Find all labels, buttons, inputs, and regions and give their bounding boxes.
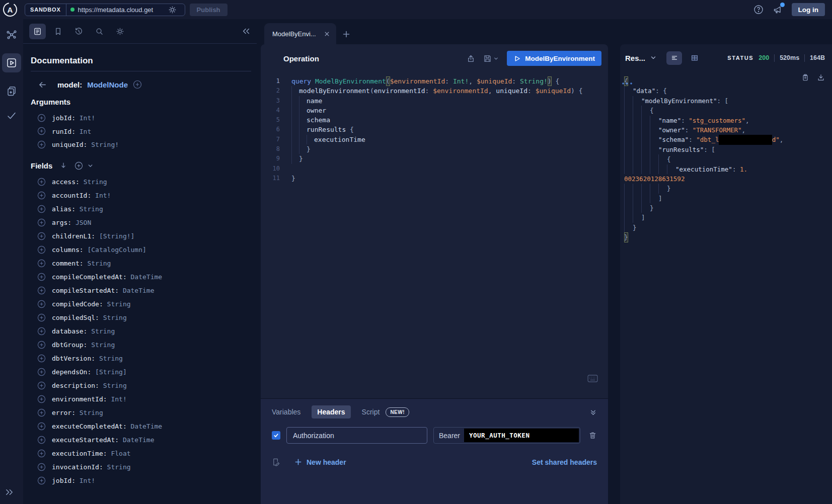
add-field-to-query-button[interactable] bbox=[37, 245, 46, 254]
code-line[interactable]: 2modelByEnvironment(environmentId: $envi… bbox=[261, 86, 608, 96]
add-field-to-query-button[interactable] bbox=[37, 273, 46, 281]
edit-headers-raw-icon[interactable] bbox=[272, 458, 280, 466]
field-type-link[interactable]: String bbox=[84, 178, 107, 186]
field-type-link[interactable]: DateTime bbox=[131, 423, 163, 430]
tab-variables[interactable]: Variables bbox=[272, 408, 300, 416]
header-enabled-checkbox[interactable] bbox=[272, 431, 280, 440]
share-operation-icon[interactable] bbox=[467, 54, 475, 63]
add-field-to-query-button[interactable] bbox=[37, 205, 46, 213]
add-field-to-query-button[interactable] bbox=[37, 463, 46, 471]
set-shared-headers-link[interactable]: Set shared headers bbox=[532, 458, 597, 466]
add-field-to-query-button[interactable] bbox=[37, 408, 46, 417]
code-line[interactable]: 8} bbox=[261, 144, 608, 154]
collapse-panel-icon[interactable] bbox=[242, 27, 251, 36]
announcements-megaphone-icon[interactable] bbox=[773, 5, 783, 15]
field-type-link[interactable]: String bbox=[91, 341, 115, 349]
field-type-link[interactable]: Int! bbox=[80, 477, 95, 484]
bookmarks-button[interactable] bbox=[50, 24, 66, 39]
fields-options-chevron-icon[interactable] bbox=[87, 162, 94, 169]
field-type-link[interactable]: String bbox=[87, 260, 111, 267]
back-arrow-icon[interactable] bbox=[38, 80, 47, 90]
header-key-input[interactable] bbox=[286, 427, 427, 444]
code-line[interactable]: 5schema bbox=[261, 115, 608, 125]
changelog-icon[interactable] bbox=[6, 86, 17, 97]
add-field-to-query-button[interactable] bbox=[37, 395, 46, 403]
code-line[interactable]: 4owner bbox=[261, 106, 608, 115]
code-line[interactable]: 3name bbox=[261, 96, 608, 106]
add-field-to-query-button[interactable] bbox=[37, 381, 46, 390]
search-button[interactable] bbox=[91, 24, 108, 39]
new-tab-icon[interactable] bbox=[342, 30, 350, 38]
add-field-to-query-button[interactable] bbox=[37, 300, 46, 308]
add-field-to-query-button[interactable] bbox=[37, 178, 46, 186]
operation-tab[interactable]: ModelByEnvi... bbox=[264, 23, 336, 44]
download-response-icon[interactable] bbox=[817, 73, 825, 81]
field-type-link[interactable]: String bbox=[91, 327, 115, 335]
add-field-to-query-button[interactable] bbox=[37, 313, 46, 322]
breadcrumb-type-link[interactable]: ModelNode bbox=[87, 80, 128, 89]
apollo-logo-icon[interactable]: A bbox=[3, 2, 18, 17]
run-operation-button[interactable]: ModelByEnvironment bbox=[507, 51, 601, 66]
field-type-link[interactable]: Int! bbox=[95, 192, 111, 199]
code-line[interactable]: 7executionTime bbox=[261, 135, 608, 144]
field-type-link[interactable]: [String!] bbox=[99, 232, 134, 240]
graph-schema-icon[interactable] bbox=[6, 29, 17, 40]
add-all-fields-button[interactable] bbox=[133, 80, 142, 89]
formatted-view-toggle-icon[interactable] bbox=[666, 51, 682, 65]
argument-type-link[interactable]: String! bbox=[91, 141, 119, 148]
field-type-link[interactable]: String bbox=[99, 355, 123, 362]
code-line[interactable]: 1query ModelByEnvironment($environmentId… bbox=[261, 76, 608, 86]
argument-type-link[interactable]: Int bbox=[80, 128, 91, 135]
field-type-link[interactable]: String bbox=[103, 314, 127, 321]
field-type-link[interactable]: String bbox=[80, 409, 103, 416]
new-header-button[interactable]: New header bbox=[294, 458, 346, 466]
table-view-toggle-icon[interactable] bbox=[687, 51, 702, 65]
checks-icon[interactable] bbox=[6, 110, 17, 121]
code-line[interactable]: 9} bbox=[261, 154, 608, 163]
add-field-to-query-button[interactable] bbox=[37, 218, 46, 227]
endpoint-settings-gear-icon[interactable] bbox=[168, 6, 177, 14]
field-type-link[interactable]: DateTime bbox=[123, 436, 155, 444]
sort-fields-icon[interactable] bbox=[59, 161, 67, 170]
add-argument-to-query-button[interactable] bbox=[37, 114, 46, 122]
endpoint-url-input[interactable]: https://metadata.cloud.get bbox=[78, 6, 165, 14]
field-type-link[interactable]: String bbox=[80, 205, 103, 213]
add-field-to-query-button[interactable] bbox=[37, 191, 46, 200]
add-fields-icon[interactable] bbox=[74, 161, 83, 170]
response-more-options-icon[interactable] bbox=[621, 81, 633, 86]
code-line[interactable]: 11} bbox=[261, 174, 608, 183]
add-field-to-query-button[interactable] bbox=[37, 368, 46, 376]
add-field-to-query-button[interactable] bbox=[37, 341, 46, 349]
help-icon[interactable] bbox=[753, 5, 764, 15]
argument-type-link[interactable]: Int! bbox=[80, 114, 95, 122]
login-button[interactable]: Log in bbox=[792, 3, 825, 16]
publish-button[interactable]: Publish bbox=[190, 4, 228, 16]
collapse-subpanel-icon[interactable] bbox=[589, 408, 597, 416]
field-type-link[interactable]: String bbox=[107, 463, 131, 471]
save-operation-icon[interactable] bbox=[483, 54, 499, 63]
field-type-link[interactable]: String bbox=[107, 300, 131, 308]
field-type-link[interactable]: DateTime bbox=[123, 287, 155, 294]
settings-gear-button[interactable] bbox=[112, 24, 128, 39]
field-type-link[interactable]: [CatalogColumn] bbox=[87, 246, 146, 254]
auth-token-input[interactable] bbox=[464, 429, 579, 442]
add-argument-to-query-button[interactable] bbox=[37, 140, 46, 149]
header-value-field[interactable]: Bearer bbox=[433, 427, 580, 444]
add-field-to-query-button[interactable] bbox=[37, 422, 46, 431]
graphql-code-editor[interactable]: 1query ModelByEnvironment($environmentId… bbox=[261, 76, 608, 183]
explorer-tab-selected[interactable] bbox=[2, 53, 21, 72]
add-field-to-query-button[interactable] bbox=[37, 286, 46, 295]
field-type-link[interactable]: Int! bbox=[111, 395, 126, 403]
keyboard-shortcuts-icon[interactable] bbox=[587, 375, 598, 382]
add-field-to-query-button[interactable] bbox=[37, 232, 46, 240]
field-type-link[interactable]: Float bbox=[111, 450, 130, 457]
response-dropdown-chevron-icon[interactable] bbox=[650, 54, 657, 61]
add-field-to-query-button[interactable] bbox=[37, 354, 46, 363]
tab-script[interactable]: Script bbox=[362, 408, 380, 416]
code-line[interactable]: 6runResults { bbox=[261, 125, 608, 134]
add-argument-to-query-button[interactable] bbox=[37, 127, 46, 135]
close-tab-icon[interactable] bbox=[324, 31, 330, 37]
add-field-to-query-button[interactable] bbox=[37, 259, 46, 268]
field-type-link[interactable]: JSON bbox=[75, 219, 91, 226]
add-field-to-query-button[interactable] bbox=[37, 436, 46, 444]
